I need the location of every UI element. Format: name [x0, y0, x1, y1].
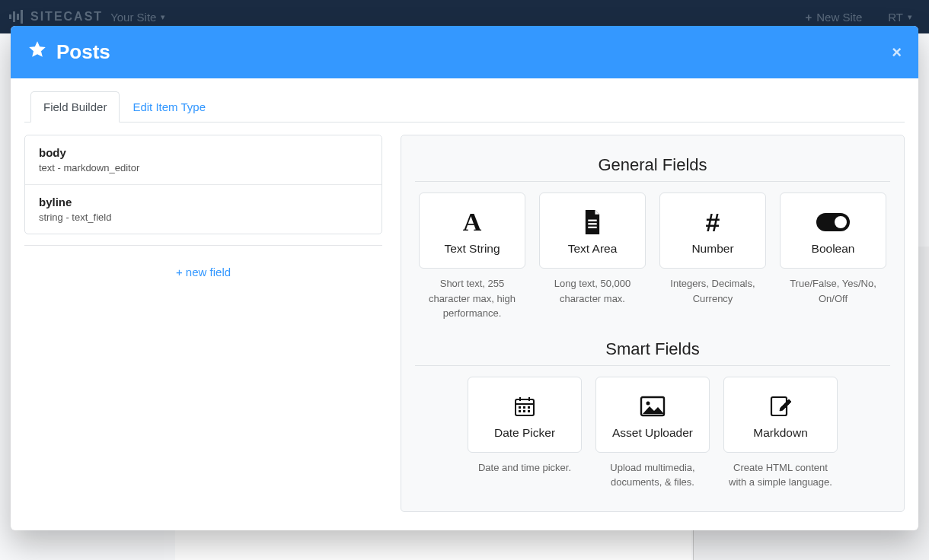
plus-icon: + — [805, 11, 812, 24]
type-card-box[interactable]: Markdown — [723, 377, 838, 453]
type-card-box[interactable]: Asset Uploader — [595, 377, 710, 453]
field-row[interactable]: byline string - text_field — [25, 185, 381, 234]
svg-rect-1 — [13, 11, 15, 22]
type-card-box[interactable]: Boolean — [780, 192, 886, 269]
type-card-box[interactable]: # Number — [659, 192, 766, 269]
star-icon — [27, 40, 47, 65]
svg-point-8 — [835, 216, 847, 228]
existing-fields-panel: body text - markdown_editor byline strin… — [24, 135, 382, 512]
toggle-icon — [785, 208, 881, 236]
type-card-boolean: Boolean True/False, Yes/No, On/Off — [780, 192, 886, 321]
type-desc: Create HTML content with a simple langua… — [723, 460, 838, 490]
svg-rect-2 — [17, 14, 19, 20]
type-card-text-string: A Text String Short text, 255 character … — [419, 192, 525, 321]
svg-rect-15 — [528, 406, 530, 409]
divider — [415, 365, 890, 366]
type-card-text-area: Text Area Long text, 50,000 character ma… — [539, 192, 646, 321]
field-type: text - markdown_editor — [39, 162, 368, 173]
add-field-label: + new field — [176, 266, 231, 278]
type-desc: True/False, Yes/No, On/Off — [780, 276, 886, 306]
close-icon[interactable]: × — [892, 43, 902, 62]
svg-rect-13 — [519, 406, 521, 409]
your-site-menu[interactable]: Your Site ▾ — [103, 6, 173, 28]
field-type-picker: General Fields A Text String Short text,… — [401, 135, 905, 512]
type-desc: Long text, 50,000 character max. — [539, 276, 646, 306]
modal-tabs: Field Builder Edit Item Type — [24, 91, 905, 123]
svg-rect-0 — [9, 14, 11, 19]
brand-text: SITECAST — [30, 10, 103, 24]
field-name: byline — [39, 196, 368, 208]
your-site-label: Your Site — [110, 11, 156, 24]
image-icon — [601, 393, 704, 420]
field-row[interactable]: body text - markdown_editor — [25, 135, 381, 185]
tab-field-builder[interactable]: Field Builder — [30, 91, 120, 123]
type-card-date-picker: Date Picker Date and time picker. — [468, 377, 582, 490]
brand-icon — [9, 10, 24, 24]
field-name: body — [39, 146, 368, 159]
section-title-smart: Smart Fields — [412, 339, 893, 359]
type-label: Markdown — [729, 426, 832, 440]
type-desc: Short text, 255 character max, high perf… — [419, 276, 525, 321]
svg-rect-18 — [528, 410, 530, 412]
type-card-box[interactable]: Text Area — [539, 192, 646, 269]
tab-label: Edit Item Type — [132, 100, 206, 113]
svg-rect-17 — [523, 410, 525, 412]
type-desc: Integers, Decimals, Currency — [659, 276, 766, 306]
type-label: Date Picker — [473, 426, 576, 440]
caret-down-icon: ▾ — [161, 12, 165, 22]
user-menu[interactable]: RT ▾ — [880, 6, 920, 28]
calendar-icon — [473, 393, 576, 420]
svg-rect-4 — [588, 220, 596, 221]
type-card-number: # Number Integers, Decimals, Currency — [659, 192, 766, 321]
svg-rect-3 — [21, 10, 23, 24]
new-site-label: New Site — [816, 11, 862, 24]
brand[interactable]: SITECAST — [9, 10, 103, 24]
section-title-general: General Fields — [412, 155, 893, 175]
modal-title-text: Posts — [56, 40, 110, 64]
svg-point-20 — [646, 401, 650, 405]
svg-rect-5 — [588, 223, 596, 224]
modal-header: Posts × — [11, 26, 918, 78]
divider — [24, 245, 382, 246]
divider — [415, 181, 890, 182]
caret-down-icon: ▾ — [908, 12, 912, 22]
document-icon — [544, 208, 640, 236]
svg-rect-16 — [519, 410, 521, 412]
type-card-markdown: Markdown Create HTML content with a simp… — [723, 377, 838, 490]
tab-label: Field Builder — [43, 100, 107, 113]
type-desc: Date and time picker. — [468, 460, 582, 476]
svg-rect-6 — [588, 227, 596, 228]
add-field-button[interactable]: + new field — [24, 266, 382, 278]
user-initials: RT — [888, 11, 903, 24]
type-label: Text String — [424, 242, 520, 256]
svg-rect-14 — [523, 406, 525, 409]
posts-modal: Posts × Field Builder Edit Item Type bod… — [11, 26, 918, 530]
hash-icon: # — [665, 208, 761, 236]
tab-edit-item-type[interactable]: Edit Item Type — [120, 91, 219, 123]
type-label: Number — [665, 242, 761, 256]
font-icon: A — [424, 208, 520, 236]
type-label: Boolean — [785, 242, 881, 256]
type-card-box[interactable]: A Text String — [419, 192, 525, 269]
type-desc: Upload multimedia, documents, & files. — [595, 460, 710, 490]
type-card-asset-uploader: Asset Uploader Upload multimedia, docume… — [595, 377, 710, 490]
new-site-button[interactable]: + New Site — [797, 6, 870, 28]
type-label: Text Area — [544, 242, 640, 256]
edit-icon — [729, 393, 832, 420]
type-card-box[interactable]: Date Picker — [468, 377, 582, 453]
type-label: Asset Uploader — [601, 426, 704, 440]
field-type: string - text_field — [39, 212, 368, 223]
